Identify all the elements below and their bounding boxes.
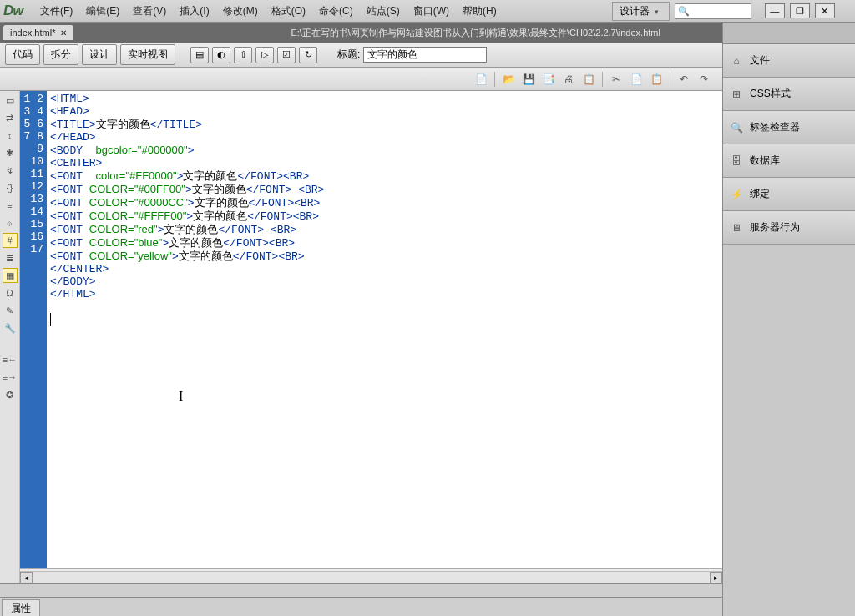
text-cursor-icon: I: [179, 389, 183, 404]
menu-insert[interactable]: 插入(I): [173, 2, 215, 21]
file-tab-label: index.html*: [10, 28, 55, 38]
tool-icon[interactable]: ≣: [3, 250, 18, 265]
print-icon[interactable]: 🖨: [559, 71, 578, 88]
file-path: E:\正在写的书\网页制作与网站建设图书从入门到精通\效果\最终文件\CH02\…: [291, 27, 660, 39]
file-tab[interactable]: index.html* ✕: [3, 25, 73, 40]
scroll-left-icon[interactable]: ◂: [20, 572, 33, 583]
toolbar-icon[interactable]: ▤: [190, 47, 209, 63]
bindings-icon: ⚡: [730, 188, 743, 201]
css-icon: ⊞: [730, 88, 743, 101]
code-side-toolbar: ▭ ⇄ ↕ ✱ ↯ {} ≡ ⟐ # ≣ ▦ Ω ✎ 🔧 ≡← ≡→ ✪: [0, 91, 20, 583]
panel-css[interactable]: ⊞CSS样式: [723, 78, 855, 111]
new-icon[interactable]: 📄: [472, 71, 490, 88]
tag-icon: 🔍: [730, 121, 743, 134]
menu-view[interactable]: 查看(V): [126, 2, 173, 21]
tool-icon[interactable]: {}: [3, 180, 18, 195]
server-icon: 🖥: [730, 221, 743, 235]
close-tab-icon[interactable]: ✕: [60, 28, 67, 38]
scroll-right-icon[interactable]: ▸: [710, 572, 722, 583]
open-icon[interactable]: 📂: [499, 71, 518, 88]
clipboard-icon[interactable]: 📋: [647, 71, 665, 88]
copy-icon[interactable]: 📋: [579, 71, 598, 88]
app-logo: Dw: [3, 3, 33, 19]
panel-database[interactable]: 🗄数据库: [723, 144, 855, 178]
toolbar-icon[interactable]: ▷: [255, 47, 274, 63]
workspace-switcher[interactable]: 设计器: [612, 2, 670, 21]
highlight-icon[interactable]: #: [3, 233, 18, 248]
right-panel-group: ⌂文件 ⊞CSS样式 🔍标签检查器 🗄数据库 ⚡绑定 🖥服务器行为: [722, 23, 855, 616]
menu-edit[interactable]: 编辑(E): [79, 2, 126, 21]
panel-files[interactable]: ⌂文件: [723, 44, 855, 78]
tool-icon[interactable]: ✱: [3, 145, 18, 160]
separator: [670, 72, 670, 87]
tool-icon[interactable]: ✪: [3, 387, 18, 402]
code-editor[interactable]: <HTML> <HEAD> <TITLE>文字的颜色</TITLE> </HEA…: [47, 91, 722, 568]
save-icon[interactable]: 💾: [519, 71, 538, 88]
search-input[interactable]: 🔍: [675, 3, 751, 19]
panel-bindings[interactable]: ⚡绑定: [723, 178, 855, 211]
cut-icon[interactable]: ✂: [607, 71, 625, 88]
indent-icon[interactable]: ≡←: [3, 352, 18, 367]
menu-command[interactable]: 命令(C): [312, 2, 360, 21]
menu-format[interactable]: 格式(O): [265, 2, 312, 21]
toolbar-icon[interactable]: ⇧: [234, 47, 252, 63]
separator: [494, 72, 495, 87]
files-icon: ⌂: [730, 54, 743, 68]
outdent-icon[interactable]: ≡→: [3, 370, 18, 385]
design-view-button[interactable]: 设计: [82, 44, 117, 65]
minimize-button[interactable]: —: [765, 3, 785, 18]
tool-icon[interactable]: 🔧: [3, 321, 18, 336]
properties-tab[interactable]: 属性: [2, 599, 40, 616]
toolbar-icon[interactable]: ◐: [212, 47, 230, 63]
close-button[interactable]: ✕: [815, 3, 835, 18]
menu-help[interactable]: 帮助(H): [456, 2, 503, 21]
code-view-button[interactable]: 代码: [5, 44, 40, 65]
line-number-gutter: 1 2 3 4 5 6 7 8 9 10 11 12 13 14 15 16 1…: [20, 91, 47, 568]
paste-icon[interactable]: 📄: [627, 71, 645, 88]
menu-modify[interactable]: 修改(M): [216, 2, 265, 21]
live-view-button[interactable]: 实时视图: [120, 44, 175, 65]
tool-icon[interactable]: ⟐: [3, 215, 18, 230]
tool-icon[interactable]: ▭: [3, 93, 18, 108]
menu-site[interactable]: 站点(S): [360, 2, 407, 21]
tool-icon[interactable]: ⇄: [3, 110, 18, 125]
panel-inspector[interactable]: 🔍标签检查器: [723, 111, 855, 144]
page-title-input[interactable]: [363, 47, 487, 63]
main-area: ▭ ⇄ ↕ ✱ ↯ {} ≡ ⟐ # ≣ ▦ Ω ✎ 🔧 ≡← ≡→ ✪ 1 2…: [0, 91, 722, 583]
horizontal-scrollbar[interactable]: ◂ ▸: [20, 571, 722, 583]
highlight-icon[interactable]: ▦: [3, 268, 18, 283]
menu-window[interactable]: 窗口(W): [407, 2, 456, 21]
properties-bar: 属性: [0, 583, 722, 616]
toolbar-icon[interactable]: ☑: [277, 47, 296, 63]
title-label: 标题:: [337, 48, 360, 62]
split-view-button[interactable]: 拆分: [43, 44, 78, 65]
restore-button[interactable]: ❐: [790, 3, 810, 18]
tool-icon[interactable]: ≡: [3, 198, 18, 213]
tool-icon[interactable]: ↯: [3, 163, 18, 178]
tool-icon[interactable]: Ω: [3, 285, 18, 300]
separator: [602, 72, 603, 87]
tool-icon[interactable]: ↕: [3, 128, 18, 143]
database-icon: 🗄: [730, 154, 743, 168]
redo-icon[interactable]: ↷: [695, 71, 713, 88]
saveall-icon[interactable]: 📑: [539, 71, 558, 88]
undo-icon[interactable]: ↶: [675, 71, 693, 88]
menu-file[interactable]: 文件(F): [33, 2, 79, 21]
panel-server[interactable]: 🖥服务器行为: [723, 211, 855, 245]
refresh-icon[interactable]: ↻: [299, 47, 317, 63]
tool-icon[interactable]: ✎: [3, 303, 18, 318]
menubar: Dw 文件(F) 编辑(E) 查看(V) 插入(I) 修改(M) 格式(O) 命…: [0, 0, 855, 23]
